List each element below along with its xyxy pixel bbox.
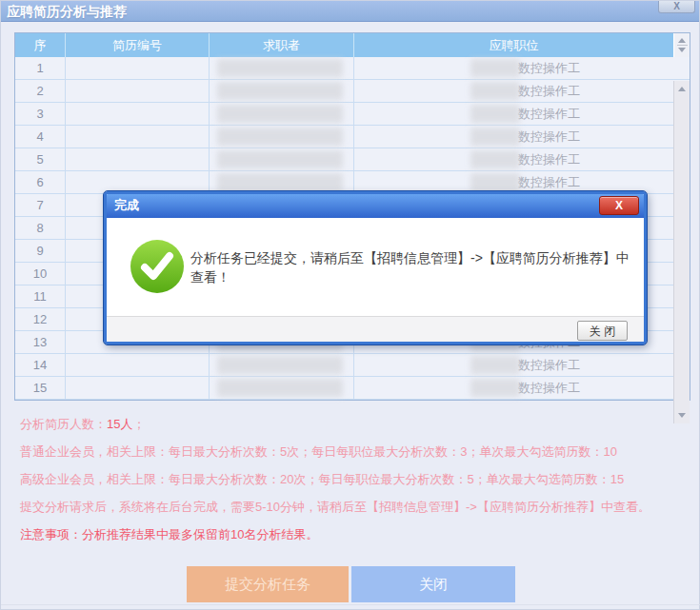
table-header-row: 序 简历编号 求职者 应聘职位 (15, 33, 690, 57)
row-index: 8 (15, 217, 66, 239)
submit-analysis-button[interactable]: 提交分析任务 (187, 566, 349, 602)
note-analyzed-count: 分析简历人数：15人； (20, 410, 650, 438)
table-row[interactable]: 5数控操作工 (15, 148, 690, 171)
row-index: 4 (15, 126, 66, 148)
row-index: 11 (15, 285, 66, 307)
row-seeker-redacted (210, 377, 354, 399)
window-close-button[interactable]: X (658, 1, 695, 13)
dialog-titlebar: 完成 X (107, 194, 644, 218)
row-resume-id-redacted (66, 57, 210, 79)
note-count-label: 分析简历人数： (20, 417, 107, 431)
row-position: 数控操作工 (354, 80, 690, 102)
scrollbar-up-icon[interactable] (678, 87, 686, 91)
row-index: 14 (15, 354, 66, 376)
row-index: 13 (15, 331, 66, 353)
row-index: 1 (15, 57, 66, 79)
row-index: 10 (15, 263, 66, 285)
row-resume-id-redacted (66, 171, 210, 193)
column-header-seeker: 求职者 (210, 33, 354, 57)
bottom-divider (1, 604, 700, 605)
row-resume-id-redacted (66, 126, 210, 148)
row-seeker-redacted (210, 354, 354, 376)
table-row[interactable]: 2数控操作工 (15, 80, 690, 103)
completion-dialog: 完成 X 分析任务已经提交，请稍后至【招聘信息管理】->【应聘简历分析推荐】中查… (104, 191, 647, 344)
spinner-up-icon[interactable] (678, 38, 686, 43)
dialog-message: 分析任务已经提交，请稍后至【招聘信息管理】->【应聘简历分析推荐】中查看！ (190, 218, 636, 316)
row-position: 数控操作工 (354, 377, 690, 399)
dialog-body: 分析任务已经提交，请稍后至【招聘信息管理】->【应聘简历分析推荐】中查看！ (107, 218, 644, 316)
column-header-position: 应聘职位 (354, 33, 673, 57)
dialog-title: 完成 (114, 198, 139, 212)
success-check-icon (130, 240, 184, 293)
note-count-value: 15人 (107, 417, 132, 431)
action-bar: 提交分析任务 关闭 (187, 566, 515, 602)
note-premium-member-limit: 高级企业会员，相关上限：每日最大分析次数：20次；每日每职位最大分析次数：5；单… (20, 465, 650, 493)
scrollbar-down-icon[interactable] (678, 413, 686, 418)
table-scrollbar[interactable] (673, 81, 690, 423)
header-scroll-spinner[interactable] (673, 33, 690, 57)
column-header-resume-id: 简历编号 (66, 33, 210, 57)
row-index: 2 (15, 80, 66, 102)
table-row[interactable]: 3数控操作工 (15, 103, 690, 126)
row-position: 数控操作工 (354, 171, 690, 193)
row-position: 数控操作工 (354, 126, 690, 148)
row-resume-id-redacted (66, 80, 210, 102)
table-row[interactable]: 1数控操作工 (15, 57, 690, 80)
row-position: 数控操作工 (354, 103, 690, 125)
row-resume-id-redacted (66, 377, 210, 399)
window-title: 应聘简历分析与推荐 (7, 4, 127, 19)
column-header-index: 序 (15, 33, 66, 57)
row-resume-id-redacted (66, 148, 210, 170)
row-resume-id-redacted (66, 103, 210, 125)
spinner-divider (677, 45, 688, 46)
dialog-close-button[interactable]: 关 闭 (577, 321, 628, 341)
row-position: 数控操作工 (354, 148, 690, 170)
dialog-close-x-button[interactable]: X (599, 196, 639, 215)
row-position: 数控操作工 (354, 354, 690, 376)
note-count-suffix: ； (132, 417, 145, 431)
row-index: 12 (15, 308, 66, 330)
row-seeker-redacted (210, 103, 354, 125)
row-index: 7 (15, 194, 66, 216)
row-seeker-redacted (210, 126, 354, 148)
table-row[interactable]: 15数控操作工 (15, 377, 690, 400)
row-seeker-redacted (210, 80, 354, 102)
row-index: 6 (15, 171, 66, 193)
note-warning: 注意事项：分析推荐结果中最多保留前10名分析结果。 (20, 521, 650, 548)
note-processing-hint: 提交分析请求后，系统将在后台完成，需要5-10分钟，请稍后至【招聘信息管理】->… (20, 493, 650, 521)
note-normal-member-limit: 普通企业会员，相关上限：每日最大分析次数：5次；每日每职位最大分析次数：3；单次… (20, 438, 650, 465)
table-row[interactable]: 4数控操作工 (15, 126, 690, 148)
row-index: 3 (15, 103, 66, 125)
notes-block: 分析简历人数：15人； 普通企业会员，相关上限：每日最大分析次数：5次；每日每职… (20, 410, 650, 548)
row-index: 15 (15, 377, 66, 399)
row-resume-id-redacted (66, 354, 210, 376)
row-seeker-redacted (210, 57, 354, 79)
resume-analysis-window: 应聘简历分析与推荐 X 序 简历编号 求职者 应聘职位 1数控操作工2数控操作工… (0, 0, 700, 610)
close-panel-button[interactable]: 关闭 (351, 566, 515, 602)
dialog-footer: 关 闭 (107, 316, 644, 344)
row-index: 5 (15, 148, 66, 170)
row-index: 9 (15, 240, 66, 262)
row-position: 数控操作工 (354, 57, 690, 79)
table-row[interactable]: 14数控操作工 (15, 354, 690, 377)
row-seeker-redacted (210, 148, 354, 170)
spinner-down-icon[interactable] (678, 48, 686, 52)
row-seeker-redacted (210, 171, 354, 193)
window-titlebar: 应聘简历分析与推荐 (1, 1, 699, 22)
